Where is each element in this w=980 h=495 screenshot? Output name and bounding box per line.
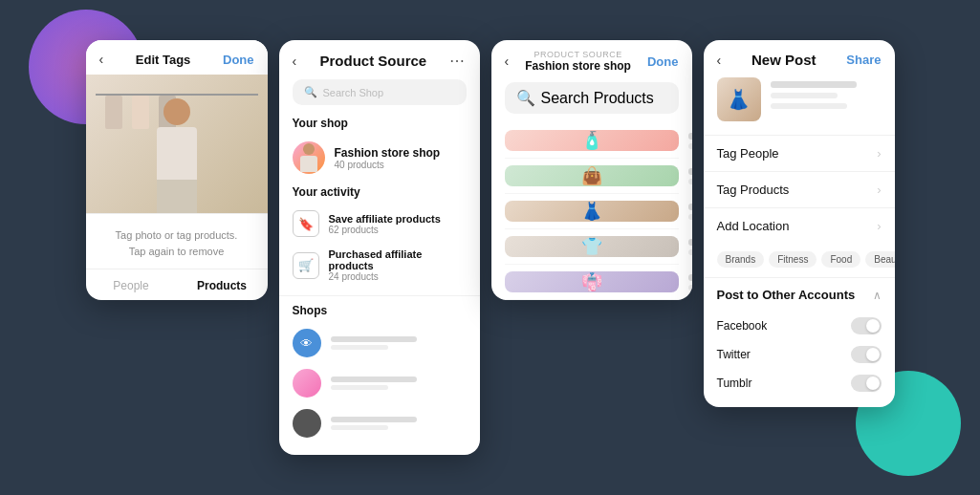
other-accounts-section: Post to Other Accounts ∧ Facebook Twitte…: [704, 277, 895, 407]
cart-icon: 🛒: [293, 252, 319, 279]
shop-list-item-3[interactable]: [279, 403, 480, 443]
search-placeholder: Search Shop: [323, 87, 384, 98]
shop-name: Fashion store shop: [335, 146, 441, 160]
prod-line-4b: [688, 249, 692, 255]
save-affiliate-count: 62 products: [329, 225, 441, 235]
screen1-photo: [86, 75, 268, 213]
tag-instructions-line2: Tap again to remove: [96, 244, 258, 260]
avatar-person: [297, 143, 320, 172]
tab-products[interactable]: Products: [177, 279, 268, 292]
product-item-3[interactable]: 👗: [505, 194, 679, 229]
post-thumbnail: 👗: [717, 77, 761, 121]
prod-line-1b: [688, 143, 692, 149]
chevron-right-icon-1: ›: [877, 146, 881, 161]
prod-line-1a: [688, 133, 692, 140]
location-tags-row: Brands Fitness Food Beauty: [704, 244, 895, 277]
shop-line-long: [331, 336, 417, 342]
screen2-search-bar[interactable]: 🔍 Search Shop: [293, 79, 467, 105]
screen3-search-icon: 🔍: [516, 89, 535, 107]
hanger-2: [132, 96, 149, 129]
tag-products-label: Tag Products: [717, 183, 790, 197]
shop-circle-blue: 👁: [293, 329, 321, 357]
save-affiliate-info: Save affiliate products 62 products: [329, 213, 441, 235]
screen3-back-icon[interactable]: ‹: [505, 54, 510, 69]
screen3-header: ‹ PRODUCT SOURCE Fashion store shop Done: [491, 40, 692, 78]
back-icon[interactable]: ‹: [99, 52, 104, 67]
perfume-icon: 🧴: [581, 130, 602, 151]
screen3-search-placeholder: Search Products: [541, 90, 654, 107]
purchased-affiliate-info: Purchased affiliate products 24 products: [329, 248, 467, 282]
screen4-share-button[interactable]: Share: [846, 53, 881, 67]
twitter-toggle-knob: [866, 348, 880, 361]
save-affiliate-item[interactable]: 🔖 Save affiliate products 62 products: [279, 204, 480, 243]
tab-people[interactable]: People: [86, 279, 177, 292]
shop-products-count: 40 products: [335, 160, 441, 170]
product-item-4[interactable]: 👕: [505, 229, 679, 265]
bag-icon: 👜: [581, 165, 602, 186]
twitter-toggle[interactable]: [851, 346, 882, 363]
tag-pill-brands[interactable]: Brands: [717, 251, 765, 268]
screen3-search-bar[interactable]: 🔍 Search Products: [505, 82, 679, 114]
avatar-body: [300, 156, 317, 172]
product-thumb-1: 🧴: [505, 130, 679, 151]
chevron-right-icon-2: ›: [877, 183, 881, 197]
caption-line-3: [771, 103, 847, 109]
product-thumb-2: 👜: [505, 165, 679, 186]
fashion-store-shop-item[interactable]: Fashion store shop 40 products: [279, 136, 480, 180]
shirt-icon: 👕: [581, 236, 602, 257]
search-icon: 🔍: [304, 86, 317, 98]
tag-pill-food[interactable]: Food: [821, 251, 860, 268]
shop-list-item-1[interactable]: 👁: [279, 323, 480, 363]
divider: [279, 295, 480, 296]
shop-line-short-3: [331, 425, 388, 430]
screen2-back-icon[interactable]: ‹: [293, 54, 297, 69]
product-thumb-3: 👗: [505, 201, 679, 222]
shop-info: Fashion store shop 40 products: [335, 146, 441, 170]
purchased-affiliate-item[interactable]: 🛒 Purchased affiliate products 24 produc…: [279, 243, 480, 288]
post-preview: 👗: [704, 77, 895, 135]
shops-label: Shops: [279, 304, 480, 323]
prod-line-2a: [688, 168, 692, 175]
product-item-1[interactable]: 🧴: [505, 123, 679, 159]
post-caption-lines: [771, 77, 857, 109]
shop-avatar: [293, 141, 325, 174]
chevron-right-icon-3: ›: [877, 219, 881, 233]
product-list: 🧴 👜 👗: [491, 123, 692, 300]
tag-instructions-line1: Tag photo or tag products.: [96, 227, 258, 244]
tumblr-toggle-knob: [866, 377, 880, 390]
person-torso: [157, 127, 197, 180]
eye-icon: 👁: [300, 336, 313, 351]
shop-list-item-2[interactable]: [279, 363, 480, 403]
screen2-menu-icon[interactable]: ⋯: [449, 52, 466, 70]
prod-line-3a: [688, 204, 692, 210]
tag-people-option[interactable]: Tag People ›: [704, 135, 895, 171]
screen3-done-button[interactable]: Done: [647, 54, 679, 69]
product-info-5: [688, 274, 692, 291]
tag-pill-fitness[interactable]: Fitness: [769, 251, 817, 268]
tag-pill-beauty[interactable]: Beauty: [865, 251, 894, 268]
shop-line-long-2: [331, 377, 417, 382]
prod-line-3b: [688, 214, 692, 220]
add-location-option[interactable]: Add Location ›: [704, 207, 895, 244]
other-accounts-header: Post to Other Accounts ∧: [717, 288, 882, 302]
screen2-header: ‹ Product Source ⋯: [279, 40, 480, 79]
caption-line-2: [771, 93, 838, 98]
screen4-back-icon[interactable]: ‹: [717, 53, 722, 68]
facebook-toggle[interactable]: [851, 317, 882, 334]
twitter-toggle-row: Twitter: [717, 340, 882, 369]
chevron-up-icon[interactable]: ∧: [873, 289, 882, 302]
dress-icon: 👗: [581, 201, 602, 222]
shop-line-short: [331, 345, 388, 350]
tumblr-toggle[interactable]: [851, 375, 882, 392]
shop-lines-3: [331, 417, 417, 430]
shop-circle-pink: [293, 369, 321, 398]
product-info-1: [688, 133, 692, 149]
bookmark-icon: 🔖: [293, 210, 319, 237]
shop-lines-2: [331, 377, 417, 390]
facebook-toggle-row: Facebook: [717, 312, 882, 340]
tag-products-option[interactable]: Tag Products ›: [704, 171, 895, 207]
product-item-2[interactable]: 👜: [505, 159, 679, 194]
screen1-done-button[interactable]: Done: [223, 53, 254, 67]
screen-new-post: ‹ New Post Share 👗 Tag People › Tag Prod…: [704, 40, 895, 407]
product-item-5[interactable]: 👘: [505, 265, 679, 300]
